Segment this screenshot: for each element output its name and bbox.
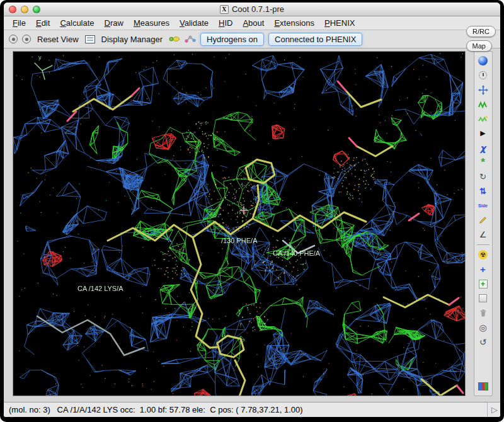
undo-circle-icon[interactable]: ↺ [476, 335, 491, 348]
status-bar: (mol. no: 3) CA /1/A/142 LYS occ: 1.00 b… [4, 402, 500, 417]
chi-angles-icon[interactable]: χ [476, 141, 491, 154]
coot-window: X Coot 0.7.1-pre File Edit Calculate Dra… [0, 0, 504, 422]
titlebar[interactable]: X Coot 0.7.1-pre [4, 3, 500, 16]
display-manager-button[interactable]: Display Manager [100, 33, 165, 45]
hydrogens-toggle-button[interactable]: Hydrogens on [200, 33, 264, 46]
close-icon[interactable] [9, 6, 16, 13]
window-title: X Coot 0.7.1-pre [220, 4, 284, 14]
modelling-toolbar: ▶ χ * ↻ ⇅ Side ∠ ☢ + + [474, 51, 493, 396]
menu-validate[interactable]: Validate [175, 16, 214, 30]
viewport-container: /130 PHE/A CA /140 PHE/A CA /142 LYS/A [13, 51, 466, 396]
display-flag-icon[interactable] [476, 380, 491, 393]
map-button[interactable]: Map [466, 40, 492, 52]
minimize-icon[interactable] [21, 6, 28, 13]
pointer-cross-icon[interactable]: + [476, 263, 491, 276]
window-frame: X Coot 0.7.1-pre File Edit Calculate Dra… [4, 3, 500, 417]
menu-measures[interactable]: Measures [129, 16, 175, 30]
translate-arrows-icon[interactable] [476, 83, 491, 96]
angle-icon[interactable]: ∠ [476, 228, 491, 241]
x11-icon: X [220, 5, 229, 14]
history-clock-icon[interactable] [476, 69, 491, 82]
rrc-button[interactable]: R/RC [466, 26, 496, 37]
side-chain-flip-icon[interactable]: Side [476, 199, 491, 212]
bullseye-icon-1[interactable] [9, 35, 18, 43]
regularize-zigzag-icon[interactable] [476, 112, 491, 125]
menu-draw[interactable]: Draw [100, 16, 129, 30]
rotamer-asterisk-icon[interactable]: * [476, 156, 491, 169]
zoom-icon[interactable] [33, 6, 40, 13]
phenix-connected-button[interactable]: Connected to PHENIX [268, 33, 362, 46]
bullseye-icon-2[interactable] [22, 35, 31, 43]
trash-icon[interactable] [476, 306, 491, 319]
go-to-atom-icon[interactable] [185, 35, 196, 43]
main-area: /130 PHE/A CA /140 PHE/A CA /142 LYS/A [4, 48, 500, 402]
refine-zigzag-icon[interactable] [476, 98, 491, 111]
menu-hid[interactable]: HID [214, 16, 238, 30]
status-text: (mol. no: 3) CA /1/A/142 LYS occ: 1.00 b… [9, 405, 487, 414]
3d-viewport[interactable] [13, 52, 465, 396]
window-title-text: Coot 0.7.1-pre [232, 4, 284, 14]
reset-view-button[interactable]: Reset View [35, 33, 81, 45]
torsion-rotate-icon[interactable]: ↻ [476, 170, 491, 183]
menu-phenix[interactable]: PHENIX [319, 16, 360, 30]
resize-play-icon[interactable]: ▷ [491, 405, 498, 414]
atom-target-icon[interactable]: ◎ [476, 321, 491, 334]
pencil-icon[interactable] [476, 214, 491, 227]
main-toolbar: Reset View Display Manager Hydrogens on … [4, 30, 500, 48]
menu-file[interactable]: File [8, 16, 31, 30]
alt-conf-box-icon[interactable] [476, 292, 491, 305]
menu-about[interactable]: About [238, 16, 269, 30]
play-icon[interactable]: ▶ [476, 127, 491, 140]
menu-calculate[interactable]: Calculate [55, 16, 99, 30]
go-to-ligand-icon[interactable] [169, 35, 180, 43]
right-column: ▶ χ * ↻ ⇅ Side ∠ ☢ + + [466, 48, 500, 402]
toolbar-separator [477, 244, 490, 245]
flip-peptide-icon[interactable]: ⇅ [476, 185, 491, 198]
menu-extensions[interactable]: Extensions [269, 16, 319, 30]
menu-edit[interactable]: Edit [31, 16, 55, 30]
model-sphere-icon[interactable] [476, 54, 491, 67]
hazard-icon[interactable]: ☢ [476, 248, 491, 261]
add-residue-plus-icon[interactable]: + [476, 277, 491, 290]
status-right: ▷ [487, 402, 498, 417]
display-manager-icon[interactable] [85, 35, 95, 43]
traffic-lights [9, 6, 40, 13]
menu-bar: File Edit Calculate Draw Measures Valida… [4, 16, 500, 30]
